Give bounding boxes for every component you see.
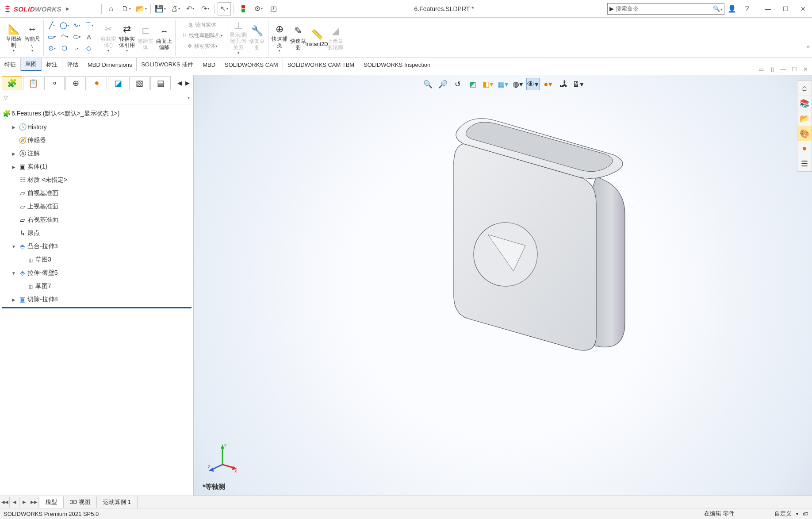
tab-features[interactable]: 特征	[0, 58, 21, 71]
search-command-box[interactable]: ▶ 🔍▾	[607, 3, 724, 15]
collapse-icon[interactable]: ▼	[10, 271, 18, 276]
bottom-tab-motion-study[interactable]: 运动算例 1	[97, 496, 138, 508]
ellipse-button[interactable]: ⬭▾	[70, 31, 83, 42]
help-button[interactable]: ?	[740, 2, 754, 15]
new-button[interactable]: 🗋▾	[119, 2, 133, 15]
plane-button[interactable]: ◇	[83, 42, 95, 54]
tree-thin-extrude[interactable]: ▼⬘拉伸-薄壁5	[2, 266, 192, 280]
fillet-button[interactable]: ⌒▾	[83, 19, 95, 31]
tab-solidworks-inspection[interactable]: SOLIDWORKS Inspection	[359, 58, 435, 71]
filter-dropdown-icon[interactable]: ▾	[188, 95, 190, 100]
tree-front-plane[interactable]: ▱前视基准面	[2, 187, 192, 200]
tab-annotate[interactable]: 标注	[42, 58, 62, 71]
tree-root[interactable]: 🧩6.Features (默认<<默认>_显示状态 1>)	[2, 107, 192, 120]
tree-sketch3[interactable]: ⎅草图3	[2, 253, 192, 266]
search-icon[interactable]: 🔍▾	[713, 5, 722, 12]
panel-nav-right[interactable]: ▶	[184, 80, 192, 86]
status-tag-icon[interactable]: 🏷	[803, 511, 808, 517]
search-input[interactable]	[616, 5, 713, 12]
tab-first-button[interactable]: ◀◀	[0, 497, 10, 507]
cam-tools-tab[interactable]: ▧	[129, 76, 149, 90]
redo-button[interactable]: ↷▾	[199, 2, 212, 15]
tree-cut-extrude[interactable]: ▶▣切除-拉伸8	[2, 293, 192, 306]
rect-button[interactable]: ▭▾	[46, 31, 58, 42]
configuration-tab[interactable]: ⚬	[44, 76, 65, 90]
maximize-button[interactable]: ☐	[777, 2, 794, 15]
tree-sensors[interactable]: 🧭传感器	[2, 134, 192, 147]
graphics-viewport[interactable]: ▭ ▯ — ☐ ✕ 🔍 🔎 ↺ ◩ ◧▾ ▦▾ ◍▾ 👁▾ ●▾ 🏞 🖥▾	[194, 75, 812, 496]
offset-surface-button[interactable]: ⌢曲面上偏移	[155, 20, 173, 55]
home-button[interactable]: ⌂	[104, 2, 118, 15]
mdi-cascade-button[interactable]: ▭	[756, 65, 766, 73]
tab-evaluate[interactable]: 评估	[62, 58, 83, 71]
taskpane-file-explorer-button[interactable]: 📂	[797, 111, 812, 126]
tab-solidworks-addins[interactable]: SOLIDWORKS 插件	[137, 58, 198, 71]
tab-prev-button[interactable]: ◀	[10, 497, 19, 507]
expand-icon[interactable]: ▶	[10, 125, 18, 130]
mdi-tile-button[interactable]: ▯	[767, 65, 777, 73]
save-button[interactable]: 💾▾	[153, 2, 167, 15]
text-button[interactable]: A	[83, 31, 95, 42]
orientation-triad[interactable]: Y X Z	[207, 442, 238, 473]
rollback-bar[interactable]	[2, 307, 192, 308]
expand-icon[interactable]: ▶	[10, 165, 18, 169]
display-manager-tab[interactable]: ●	[87, 76, 107, 90]
tree-solid-bodies[interactable]: ▶▣实体(1)	[2, 160, 192, 173]
tab-next-button[interactable]: ▶	[19, 497, 29, 507]
bottom-tab-model[interactable]: 模型	[39, 496, 64, 508]
tab-sketch[interactable]: 草图	[21, 58, 42, 71]
minimize-button[interactable]: —	[759, 2, 777, 15]
options-button[interactable]: ⚙▾	[252, 2, 265, 15]
tab-solidworks-cam-tbm[interactable]: SOLIDWORKS CAM TBM	[283, 58, 359, 71]
line-button[interactable]: ╱▾	[46, 19, 58, 31]
taskpane-custom-properties-button[interactable]: ☰	[797, 156, 812, 171]
settings-button[interactable]: ◰	[267, 2, 280, 15]
sketch-button[interactable]: 📐草图绘制▾	[4, 20, 23, 55]
tab-solidworks-cam[interactable]: SOLIDWORKS CAM	[220, 58, 283, 71]
tree-sketch7[interactable]: ⎅草图7	[2, 280, 192, 293]
taskpane-appearances-button[interactable]: ●	[797, 141, 812, 156]
rebuild-button[interactable]	[237, 2, 250, 15]
mdi-maximize-button[interactable]: ☐	[789, 65, 799, 73]
taskpane-home-button[interactable]: ⌂	[797, 81, 812, 96]
taskpane-design-library-button[interactable]: 📚	[797, 96, 812, 111]
collapse-ribbon-button[interactable]: ^	[807, 44, 809, 51]
tree-material[interactable]: ☷材质 <未指定>	[2, 173, 192, 187]
dimxpert-tab[interactable]: ⊕	[65, 76, 86, 90]
slot-button[interactable]: ⊙▾	[46, 42, 58, 54]
cam-tab[interactable]: ◪	[108, 76, 128, 90]
tree-filter[interactable]: ▽ ▾	[0, 91, 193, 104]
rapid-sketch-button[interactable]: ✎快速草图	[289, 20, 307, 55]
point-button[interactable]: ·▾	[70, 42, 83, 54]
polygon-button[interactable]: ⬡	[58, 42, 70, 54]
spline-button[interactable]: ∿▾	[70, 19, 83, 31]
tree-right-plane[interactable]: ▱右视基准面	[2, 213, 192, 227]
tree-top-plane[interactable]: ▱上视基准面	[2, 200, 192, 213]
tree-history[interactable]: ▶🕓History	[2, 120, 192, 134]
circle-button[interactable]: ◯▾	[58, 19, 70, 31]
convert-button[interactable]: ⇄转换实体引用▾	[118, 20, 136, 55]
collapse-icon[interactable]: ▼	[10, 244, 18, 249]
expand-icon[interactable]: ▶	[10, 151, 18, 156]
mdi-minimize-button[interactable]: —	[778, 65, 788, 73]
select-button[interactable]: ↖▾	[218, 2, 231, 15]
tree-origin[interactable]: ↳原点	[2, 227, 192, 240]
tree-boss-extrude[interactable]: ▼⬘凸台-拉伸3	[2, 240, 192, 253]
smart-dimension-button[interactable]: ↔智能尺寸▾	[23, 20, 42, 55]
close-button[interactable]: ✕	[794, 2, 812, 15]
mdi-close-button[interactable]: ✕	[801, 65, 810, 73]
status-custom[interactable]: 自定义	[774, 510, 792, 518]
undo-button[interactable]: ↶▾	[184, 2, 197, 15]
arc-button[interactable]: ◠▾	[58, 31, 70, 42]
tab-last-button[interactable]: ▶▶	[29, 497, 39, 507]
tab-mbd-dimensions[interactable]: MBD Dimensions	[83, 58, 137, 71]
status-custom-dropdown[interactable]: ▾	[796, 511, 798, 516]
expand-icon[interactable]: ▶	[10, 297, 18, 302]
tab-mbd[interactable]: MBD	[198, 58, 220, 71]
menu-arrow-icon[interactable]: ▶	[66, 6, 69, 11]
property-manager-tab[interactable]: 📋	[23, 76, 43, 90]
open-button[interactable]: 📂▾	[134, 2, 148, 15]
bottom-tab-3dview[interactable]: 3D 视图	[64, 496, 97, 508]
quick-snap-button[interactable]: ⊕快速捕捉▾	[270, 20, 289, 55]
panel-nav-left[interactable]: ◀	[176, 80, 184, 86]
